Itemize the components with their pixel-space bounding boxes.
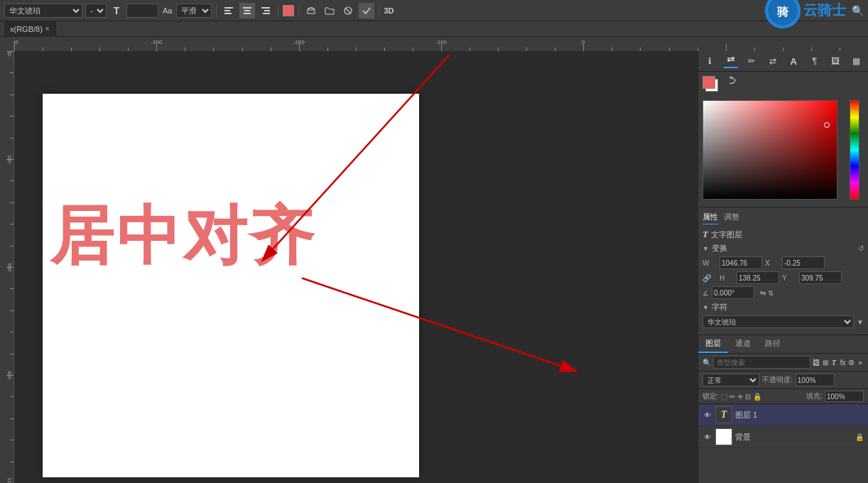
right-panel-icons: ℹ ✏ ⇄ A ¶ 🖼 ▦ bbox=[698, 51, 868, 72]
foreground-color-swatch[interactable] bbox=[702, 76, 715, 89]
layers-controls: 正常 不透明度: bbox=[698, 371, 868, 389]
angle-icon: ∠ bbox=[702, 289, 709, 297]
x-input[interactable] bbox=[782, 256, 825, 269]
horizontal-ruler: -40-300-200-1000 bbox=[14, 37, 868, 51]
transform-label: 变换 bbox=[712, 243, 727, 254]
flip-icon[interactable]: ⇆ ⇅ bbox=[760, 289, 774, 297]
folder-icon-button[interactable] bbox=[322, 3, 337, 18]
h-label: H bbox=[720, 274, 734, 282]
layers-icon-1[interactable]: 🖼 bbox=[813, 357, 820, 368]
text-color-swatch[interactable] bbox=[283, 5, 294, 16]
align-right-button[interactable] bbox=[258, 3, 273, 18]
divider-1 bbox=[216, 4, 217, 17]
layer-lock-icon: 🔒 bbox=[855, 433, 864, 441]
grid-icon[interactable]: ▦ bbox=[850, 54, 864, 68]
layers-icon-more[interactable]: » bbox=[857, 357, 864, 368]
layers-icon-2[interactable]: ⊞ bbox=[822, 357, 828, 368]
layers-search-row: 🔍 🖼 ⊞ T fx ⚙ » bbox=[698, 354, 868, 371]
layer-thumbnail bbox=[715, 428, 732, 445]
char-font-select[interactable]: 华文琥珀 bbox=[702, 315, 854, 328]
logo-icon: 骑 bbox=[765, 0, 801, 28]
lock-position-icon[interactable]: ✛ bbox=[737, 393, 743, 401]
layers-icon-adj[interactable]: ⚙ bbox=[848, 357, 855, 368]
font-style-select[interactable]: - bbox=[85, 4, 107, 18]
color-gradient-picker[interactable] bbox=[702, 100, 837, 200]
lock-label: 锁定: bbox=[702, 391, 719, 401]
layer-type-label: 文字图层 bbox=[711, 229, 742, 240]
svg-rect-7 bbox=[264, 10, 270, 11]
color-gradient-area[interactable] bbox=[702, 100, 864, 202]
layer-item[interactable]: 👁 背景 🔒 bbox=[698, 426, 868, 448]
vertical-ruler: -1002005008001100 bbox=[0, 51, 14, 483]
lock-transparent-icon[interactable]: ⬚ bbox=[721, 393, 727, 401]
canvas-document: 居中对齐 bbox=[43, 94, 419, 477]
layers-tab-layers[interactable]: 图层 bbox=[698, 335, 728, 353]
svg-rect-4 bbox=[244, 10, 250, 11]
h-input[interactable] bbox=[737, 271, 779, 284]
text-size-icon: T bbox=[109, 4, 124, 18]
y-input[interactable] bbox=[799, 271, 842, 284]
tab-properties[interactable]: 属性 bbox=[702, 212, 718, 224]
color-reset-icon[interactable] bbox=[728, 76, 737, 96]
tab-adjustments[interactable]: 调整 bbox=[724, 212, 739, 224]
layers-tab-channels[interactable]: 通道 bbox=[728, 335, 758, 353]
lock-artboard-icon[interactable]: ⊟ bbox=[745, 393, 751, 401]
text-icon: T bbox=[721, 409, 727, 420]
angle-input[interactable] bbox=[712, 286, 754, 299]
char-options-icon[interactable]: ▼ bbox=[857, 318, 864, 326]
layer-item[interactable]: 👁 T 图层 1 bbox=[698, 404, 868, 426]
wh-row: W X bbox=[702, 256, 864, 269]
font-family-select[interactable]: 华文琥珀 bbox=[4, 4, 82, 18]
info-icon[interactable]: ℹ bbox=[702, 54, 717, 68]
x-label: X bbox=[765, 259, 779, 267]
layers-icon-T[interactable]: T bbox=[830, 357, 837, 368]
opacity-input[interactable] bbox=[796, 374, 835, 386]
layers-tab-paths[interactable]: 路径 bbox=[758, 335, 788, 353]
svg-rect-6 bbox=[261, 7, 270, 9]
warp-text-button[interactable] bbox=[303, 3, 319, 18]
angle-row: ∠ ⇆ ⇅ bbox=[702, 286, 864, 299]
properties-icon[interactable] bbox=[724, 54, 738, 68]
blend-mode-select[interactable]: 正常 bbox=[702, 374, 759, 386]
layers-icon-fx[interactable]: fx bbox=[840, 357, 846, 368]
w-input[interactable] bbox=[720, 256, 762, 269]
svg-rect-1 bbox=[224, 10, 230, 11]
layer-visibility-icon[interactable]: 👁 bbox=[702, 410, 712, 420]
opacity-label: 不透明度: bbox=[762, 375, 793, 385]
properties-panel: 属性 调整 T 文字图层 ▼ 变换 ↺ W X 🔗 H bbox=[698, 207, 868, 335]
font-size-input[interactable]: 60 bbox=[126, 4, 158, 18]
transform-section: ▼ 变换 ↺ bbox=[702, 243, 864, 254]
lock-all-icon[interactable]: 🔒 bbox=[753, 393, 761, 401]
layer-visibility-icon[interactable]: 👁 bbox=[702, 432, 712, 442]
commit-edits-button[interactable] bbox=[359, 3, 374, 18]
search-icon[interactable]: 🔍 bbox=[852, 5, 864, 16]
layer-thumbnail: T bbox=[715, 406, 732, 423]
text-tool-icon[interactable]: A bbox=[786, 54, 801, 68]
svg-rect-3 bbox=[243, 7, 251, 9]
align-left-button[interactable] bbox=[221, 3, 237, 18]
main-layout: -1002005008001100 居中对齐 bbox=[0, 51, 868, 483]
color-swatches-row bbox=[702, 76, 864, 96]
layers-tabs: 图层 通道 路径 bbox=[698, 335, 868, 354]
resize-icon[interactable]: ⇄ bbox=[766, 54, 780, 68]
color-gradient-cursor bbox=[824, 122, 830, 128]
canvas-text: 居中对齐 bbox=[50, 193, 317, 280]
color-hue-bar[interactable] bbox=[850, 100, 859, 200]
layers-search-input[interactable] bbox=[713, 356, 810, 369]
canvas-area[interactable]: 居中对齐 bbox=[14, 51, 698, 483]
align-center-button[interactable] bbox=[239, 3, 255, 18]
lock-pixels-icon[interactable]: ✏ bbox=[729, 393, 735, 401]
tab-bar: x(RGB/8) × bbox=[0, 21, 868, 37]
antialiasing-select[interactable]: 平滑 bbox=[176, 4, 212, 18]
tab-item[interactable]: x(RGB/8) × bbox=[4, 21, 56, 37]
tab-name: x(RGB/8) bbox=[10, 25, 43, 33]
paragraph-icon[interactable]: ¶ bbox=[808, 54, 822, 68]
fill-input[interactable] bbox=[825, 391, 864, 402]
image-icon[interactable]: 🖼 bbox=[828, 54, 842, 68]
pencil-icon[interactable]: ✏ bbox=[744, 54, 759, 68]
reset-transform-icon[interactable]: ↺ bbox=[858, 244, 864, 252]
cancel-edits-button[interactable] bbox=[340, 3, 356, 18]
tab-close-button[interactable]: × bbox=[45, 25, 50, 33]
color-picker-area bbox=[698, 72, 868, 207]
font-select-row: 华文琥珀 ▼ bbox=[702, 315, 864, 328]
